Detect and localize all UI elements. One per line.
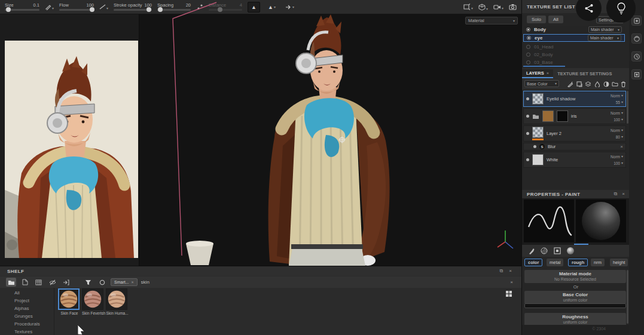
layers-scrollbar[interactable] bbox=[627, 91, 628, 124]
tab-texture-set-settings[interactable]: TEXTURE SET SETTINGS bbox=[553, 69, 616, 78]
add-effect-icon[interactable] bbox=[566, 80, 574, 88]
roughness-button[interactable]: Roughness uniform color bbox=[524, 313, 626, 326]
close-icon[interactable]: × bbox=[547, 70, 549, 76]
all-button[interactable]: All bbox=[548, 16, 563, 23]
stroke-opacity-slider-knob[interactable] bbox=[146, 7, 151, 12]
distance-slider[interactable] bbox=[209, 9, 242, 11]
shader-dropdown[interactable]: Main shader ▾ bbox=[588, 35, 621, 41]
opacity-dropdown[interactable]: 55▾ bbox=[616, 100, 623, 105]
shelf-item-skin-feverish[interactable]: Skin Feverish bbox=[82, 288, 105, 315]
add-fill-layer-icon[interactable] bbox=[593, 80, 601, 88]
filter-circle-icon[interactable] bbox=[97, 278, 107, 287]
remove-effect-close-icon[interactable]: × bbox=[620, 144, 623, 149]
add-mask-icon[interactable] bbox=[602, 80, 610, 88]
viewport-3d[interactable]: Material ▾ bbox=[139, 14, 521, 266]
material-preview[interactable] bbox=[576, 199, 626, 242]
radio-icon[interactable] bbox=[526, 53, 530, 57]
visibility-eye-icon[interactable] bbox=[526, 158, 529, 161]
layer-thumbnail[interactable] bbox=[532, 154, 544, 165]
hide-eye-slash-icon[interactable] bbox=[47, 278, 57, 287]
shelf-category-procedurals[interactable]: Procedurals bbox=[0, 320, 54, 328]
base-color-swatch[interactable] bbox=[524, 303, 626, 308]
perspective-view-button[interactable]: ▾ bbox=[463, 4, 473, 10]
shelf-category-alphas[interactable]: Alphas bbox=[0, 305, 54, 312]
radio-icon[interactable] bbox=[527, 36, 531, 40]
texture-set-dock-icon[interactable] bbox=[631, 69, 642, 79]
channel-metal-button[interactable]: metal bbox=[547, 259, 563, 266]
visibility-eye-icon[interactable] bbox=[526, 132, 529, 135]
shelf-folder-icon[interactable] bbox=[6, 278, 16, 287]
properties-scrollbar[interactable] bbox=[627, 270, 628, 324]
channel-nrm-button[interactable]: nrm bbox=[591, 259, 605, 266]
expand-shelf-icon[interactable]: ⧉ bbox=[500, 268, 503, 274]
stencil-icon[interactable] bbox=[554, 247, 561, 254]
shader-dropdown[interactable]: Main shader ▾ bbox=[588, 26, 622, 33]
blend-mode-dropdown[interactable]: Norm▾ bbox=[611, 94, 623, 98]
size-slider[interactable] bbox=[5, 9, 39, 11]
opacity-dropdown[interactable]: 100▾ bbox=[614, 118, 623, 122]
layer-thumbnail[interactable] bbox=[532, 93, 544, 105]
shelf-category-project[interactable]: Project bbox=[0, 297, 54, 305]
channel-color-button[interactable]: color bbox=[524, 259, 542, 266]
alpha-pattern-icon[interactable] bbox=[541, 247, 548, 254]
visibility-eye-icon[interactable] bbox=[526, 97, 529, 100]
display-settings-dock-icon[interactable] bbox=[631, 16, 642, 26]
shader-settings-dock-icon[interactable] bbox=[631, 33, 642, 44]
horizontal-scrollbar[interactable] bbox=[523, 66, 565, 67]
distance-slider-knob[interactable] bbox=[218, 7, 222, 12]
visibility-eye-icon[interactable] bbox=[533, 145, 536, 148]
layer-row-eyelid-shadow[interactable]: Eyelid shadow Norm▾ 55▾ bbox=[523, 91, 626, 107]
material-mode-sphere-icon[interactable] bbox=[567, 247, 574, 254]
shelf-search-input[interactable] bbox=[141, 279, 213, 285]
layer-row-white[interactable]: White Norm▾ 100▾ bbox=[523, 152, 626, 168]
screenshot-camera-icon[interactable] bbox=[509, 4, 517, 10]
add-smart-material-icon[interactable] bbox=[584, 80, 592, 88]
thumbnail-size-grid-icon[interactable] bbox=[505, 290, 512, 297]
texture-set-row-body[interactable]: Body Main shader ▾ bbox=[523, 26, 625, 33]
opacity-dropdown[interactable]: 80▾ bbox=[616, 135, 623, 139]
shelf-category-grunges[interactable]: Grunges bbox=[0, 312, 54, 320]
viewport-shading-dropdown[interactable]: Material ▾ bbox=[465, 17, 518, 24]
channel-rough-button[interactable]: rough bbox=[568, 259, 588, 266]
camera-view-button[interactable]: ▾ bbox=[493, 4, 503, 10]
shelf-item-skin-face[interactable]: Skin Face bbox=[58, 288, 81, 315]
brush-preset-icon[interactable]: ▾ bbox=[45, 4, 54, 10]
texture-set-row-01-head[interactable]: 01_Head bbox=[523, 43, 625, 51]
stroke-preset-icon[interactable]: ▾ bbox=[99, 4, 108, 10]
flow-slider-knob[interactable] bbox=[90, 7, 94, 12]
opacity-dropdown[interactable]: 100▾ bbox=[614, 161, 623, 165]
symmetry-mode-button[interactable]: ▲ bbox=[248, 2, 260, 13]
stroke-opacity-slider[interactable] bbox=[114, 9, 152, 11]
filter-funnel-icon[interactable] bbox=[83, 278, 93, 287]
texture-set-row-eye[interactable]: eye Main shader ▾ bbox=[523, 34, 625, 42]
spacing-slider[interactable] bbox=[157, 9, 191, 11]
blend-mode-dropdown[interactable]: Norm▾ bbox=[611, 128, 623, 133]
solo-button[interactable]: Solo bbox=[527, 16, 546, 23]
blend-mode-dropdown[interactable]: Norm▾ bbox=[611, 155, 623, 159]
texture-set-row-02-body[interactable]: 02_Body bbox=[523, 51, 625, 59]
close-shelf-icon[interactable]: × bbox=[509, 268, 512, 274]
radio-icon[interactable] bbox=[526, 60, 530, 64]
alignment-mode-button[interactable]: ▾ bbox=[283, 2, 296, 13]
clear-search-close-icon[interactable]: × bbox=[510, 279, 513, 285]
channel-filter-dropdown[interactable]: Base Color ▾ bbox=[524, 80, 559, 87]
shelf-item-skin-human[interactable]: Skin Huma... bbox=[106, 288, 129, 315]
delete-layer-trash-icon[interactable] bbox=[619, 80, 627, 88]
history-clock-dock-icon[interactable] bbox=[631, 51, 642, 62]
radio-icon[interactable] bbox=[526, 45, 530, 49]
brush-tool-icon[interactable] bbox=[528, 248, 535, 254]
expand-panel-icon[interactable]: ⧉ bbox=[614, 191, 618, 197]
channel-height-button[interactable]: height bbox=[610, 259, 628, 266]
grid-view-icon[interactable] bbox=[33, 278, 44, 287]
add-group-folder-icon[interactable] bbox=[611, 80, 619, 88]
mask-thumbnail[interactable] bbox=[557, 110, 568, 122]
layer-row-iris[interactable]: iris Norm▾ 100▾ bbox=[523, 108, 626, 124]
stroke-preview[interactable] bbox=[524, 199, 574, 242]
layer-thumbnail[interactable] bbox=[532, 127, 544, 138]
smart-filter-chip[interactable]: Smart... × bbox=[111, 278, 138, 286]
spacing-slider-knob[interactable] bbox=[158, 7, 163, 12]
layer-effect-row-blur[interactable]: S Blur × bbox=[523, 143, 626, 150]
flow-slider[interactable] bbox=[59, 9, 94, 11]
layer-row-layer-2[interactable]: Layer 2 Norm▾ 80▾ bbox=[523, 125, 626, 142]
import-resources-icon[interactable] bbox=[61, 278, 71, 287]
